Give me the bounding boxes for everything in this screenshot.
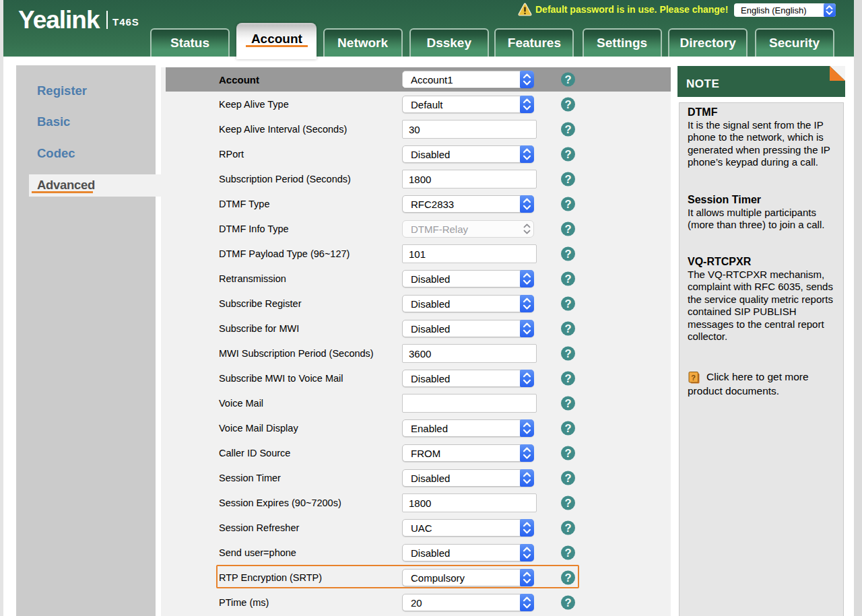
svg-text:?: ? xyxy=(691,374,696,382)
